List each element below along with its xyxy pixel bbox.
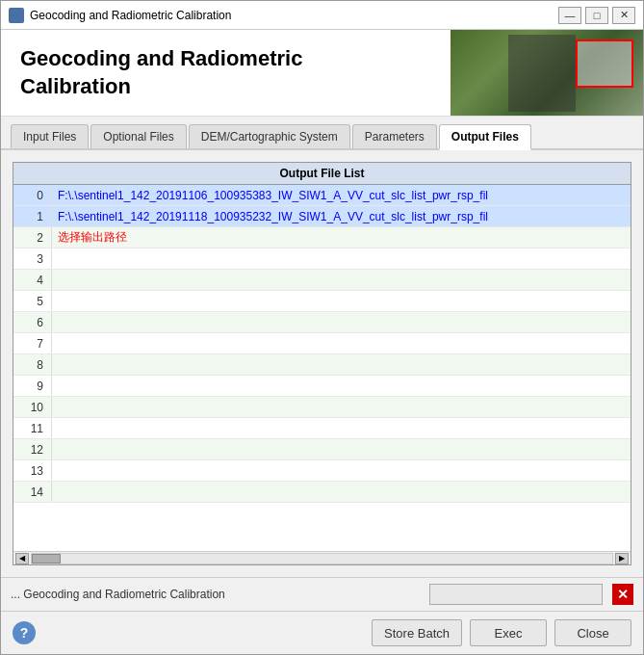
scroll-right-button[interactable]: ▶ <box>615 553 629 564</box>
row-number: 3 <box>13 249 52 269</box>
row-number: 10 <box>13 397 52 417</box>
row-number: 5 <box>13 291 52 311</box>
header-image <box>451 30 643 117</box>
scroll-track[interactable] <box>31 553 613 564</box>
row-content <box>52 321 631 325</box>
status-text: ... Geocoding and Radiometric Calibratio… <box>11 588 420 601</box>
table-row[interactable]: 1 F:\.\sentinel1_142_20191118_100935232_… <box>13 206 631 227</box>
row-content <box>52 490 631 494</box>
scroll-thumb[interactable] <box>32 554 61 563</box>
row-content-placeholder: 选择输出路径 <box>52 227 631 248</box>
table-row[interactable]: 0 F:\.\sentinel1_142_20191106_100935383_… <box>13 185 631 206</box>
horizontal-scrollbar[interactable]: ◀ ▶ <box>13 551 631 564</box>
row-number: 1 <box>13 206 52 226</box>
table-row[interactable]: 9 <box>13 376 631 397</box>
status-bar: ... Geocoding and Radiometric Calibratio… <box>1 577 643 611</box>
store-batch-button[interactable]: Store Batch <box>372 619 462 646</box>
table-row[interactable]: 2 选择输出路径 <box>13 227 631 249</box>
row-content <box>52 469 631 473</box>
table-row[interactable]: 12 <box>13 439 631 460</box>
tab-bar: Input Files Optional Files DEM/Cartograp… <box>1 117 643 150</box>
main-window: Geocoding and Radiometric Calibration — … <box>0 0 644 655</box>
header-text: Geocoding and Radiometric Calibration <box>1 30 451 116</box>
row-content <box>52 406 631 409</box>
row-content <box>52 278 631 282</box>
tab-optional-files[interactable]: Optional Files <box>90 124 186 148</box>
scroll-left-button[interactable]: ◀ <box>15 553 29 564</box>
row-number: 11 <box>13 418 52 438</box>
table-row[interactable]: 13 <box>13 460 631 482</box>
table-row[interactable]: 8 <box>13 354 631 376</box>
tab-input-files[interactable]: Input Files <box>11 124 89 148</box>
row-number: 6 <box>13 312 52 332</box>
table-row[interactable]: 6 <box>13 312 631 333</box>
tab-output-files[interactable]: Output Files <box>439 124 531 150</box>
main-content: Output File List 0 F:\.\sentinel1_142_20… <box>1 150 643 577</box>
table-row[interactable]: 10 <box>13 397 631 418</box>
header-image-red-box <box>576 39 633 88</box>
bottom-bar: ? Store Batch Exec Close <box>1 611 643 654</box>
row-number: 7 <box>13 333 52 354</box>
row-content <box>52 257 631 261</box>
table-row[interactable]: 3 <box>13 249 631 270</box>
app-title: Geocoding and Radiometric Calibration <box>20 45 302 100</box>
row-content <box>52 384 631 388</box>
row-content: F:\.\sentinel1_142_20191118_100935232_IW… <box>52 208 631 225</box>
exec-button[interactable]: Exec <box>470 619 547 646</box>
file-list-header: Output File List <box>13 163 631 185</box>
row-content <box>52 448 631 452</box>
row-content <box>52 427 631 431</box>
row-number: 2 <box>13 227 52 248</box>
tab-parameters[interactable]: Parameters <box>352 124 437 148</box>
row-number: 12 <box>13 439 52 459</box>
row-number: 9 <box>13 376 52 396</box>
table-row[interactable]: 14 <box>13 482 631 503</box>
header-image-dark-area <box>508 35 576 112</box>
table-row[interactable]: 7 <box>13 333 631 354</box>
help-button[interactable]: ? <box>13 621 36 644</box>
row-number: 4 <box>13 270 52 290</box>
close-button[interactable]: Close <box>554 619 631 646</box>
row-number: 8 <box>13 354 52 375</box>
row-number: 13 <box>13 460 52 481</box>
row-content <box>52 363 631 367</box>
row-number: 0 <box>13 185 52 205</box>
file-list-body[interactable]: 0 F:\.\sentinel1_142_20191106_100935383_… <box>13 185 631 551</box>
maximize-button[interactable]: □ <box>585 7 608 24</box>
app-icon <box>9 8 24 23</box>
row-number: 14 <box>13 482 52 502</box>
table-row[interactable]: 5 <box>13 291 631 312</box>
output-file-list: Output File List 0 F:\.\sentinel1_142_20… <box>13 162 631 565</box>
header-image-bg <box>451 30 643 117</box>
table-row[interactable]: 4 <box>13 270 631 291</box>
error-close-button[interactable]: ✕ <box>612 584 633 605</box>
row-content <box>52 342 631 346</box>
status-input[interactable] <box>429 584 603 605</box>
window-close-button[interactable]: ✕ <box>612 7 635 24</box>
table-row[interactable]: 11 <box>13 418 631 439</box>
minimize-button[interactable]: — <box>558 7 581 24</box>
window-title: Geocoding and Radiometric Calibration <box>30 9 558 22</box>
titlebar: Geocoding and Radiometric Calibration — … <box>1 1 643 30</box>
titlebar-buttons: — □ ✕ <box>558 7 635 24</box>
tab-dem-cartographic[interactable]: DEM/Cartographic System <box>189 124 350 148</box>
row-content: F:\.\sentinel1_142_20191106_100935383_IW… <box>52 187 631 204</box>
header-banner: Geocoding and Radiometric Calibration <box>1 30 643 117</box>
row-content <box>52 300 631 303</box>
